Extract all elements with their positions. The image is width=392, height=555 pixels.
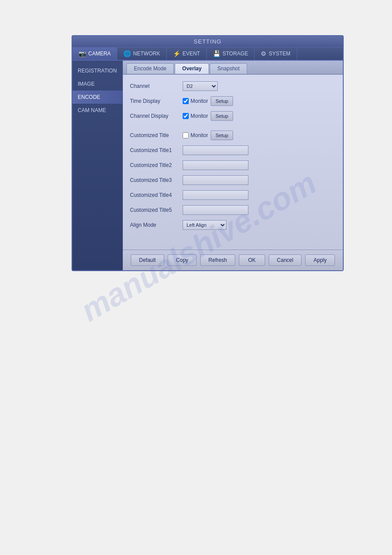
customized-title1-controls — [183, 145, 248, 155]
nav-system[interactable]: SYSTEM — [255, 47, 297, 60]
ok-button[interactable]: OK — [239, 254, 265, 266]
sidebar-item-encode[interactable]: ENCODE — [72, 91, 122, 104]
customized-title1-row: Customized Title1 — [130, 145, 336, 156]
storage-icon — [213, 50, 220, 57]
channel-display-controls: Monitor Setup — [183, 111, 233, 121]
customized-title3-label: Customized Title3 — [130, 177, 183, 183]
align-mode-row: Align Mode Left Align Center Align Right… — [130, 220, 336, 230]
customized-title2-controls — [183, 160, 248, 170]
camera-icon — [79, 50, 86, 57]
channel-dropdown[interactable]: D2 D1 D3 D4 — [183, 81, 218, 91]
sidebar: REGISTRATION IMAGE ENCODE CAM NAME — [72, 61, 123, 270]
align-mode-dropdown[interactable]: Left Align Center Align Right Align — [183, 220, 227, 230]
customized-title-label: Customized Title — [130, 132, 183, 138]
customized-title2-row: Customized Title2 — [130, 160, 336, 170]
customized-title4-controls — [183, 190, 248, 200]
event-icon — [173, 50, 180, 57]
customized-title3-controls — [183, 175, 248, 185]
time-display-checkbox-wrapper: Monitor — [183, 98, 208, 104]
customized-title5-row: Customized Title5 — [130, 205, 336, 215]
customized-title4-input[interactable] — [183, 190, 248, 200]
customized-title5-controls — [183, 205, 248, 215]
time-display-controls: Monitor Setup — [183, 96, 233, 106]
channel-label: Channel — [130, 83, 183, 89]
channel-display-checkbox-wrapper: Monitor — [183, 113, 208, 119]
nav-event-label: EVENT — [183, 51, 200, 57]
nav-system-label: SYSTEM — [269, 51, 290, 57]
body-layout: REGISTRATION IMAGE ENCODE CAM NAME Encod… — [72, 61, 343, 270]
refresh-button[interactable]: Refresh — [200, 254, 235, 266]
nav-storage-label: STORAGE — [223, 51, 248, 57]
time-display-setup-button[interactable]: Setup — [211, 96, 233, 106]
time-display-checkbox[interactable] — [183, 98, 189, 104]
tab-overlay[interactable]: Overlay — [175, 63, 209, 74]
system-icon — [261, 50, 266, 57]
sidebar-item-cam-name[interactable]: CAM NAME — [72, 104, 122, 117]
customized-title-row: Customized Title Monitor Setup — [130, 130, 336, 141]
nav-network[interactable]: NETWORK — [117, 47, 166, 60]
top-nav: CAMERA NETWORK EVENT STORAGE SYSTEM — [72, 47, 343, 61]
main-window: SETTING CAMERA NETWORK EVENT STORAGE SYS… — [72, 35, 344, 271]
content-area: Encode Mode Overlay Snapshot Channel D2 — [123, 61, 343, 270]
customized-title5-label: Customized Title5 — [130, 207, 183, 213]
align-mode-label: Align Mode — [130, 222, 183, 228]
customized-title-checkbox-wrapper: Monitor — [183, 132, 208, 138]
apply-button[interactable]: Apply — [305, 254, 335, 266]
nav-storage[interactable]: STORAGE — [207, 47, 255, 60]
action-bar: Default Copy Refresh OK Cancel Apply — [123, 250, 343, 270]
sub-tabs: Encode Mode Overlay Snapshot — [123, 61, 343, 75]
form-area: Channel D2 D1 D3 D4 Time Display — [123, 75, 343, 250]
nav-camera[interactable]: CAMERA — [72, 47, 117, 60]
channel-display-row: Channel Display Monitor Setup — [130, 111, 336, 121]
sidebar-item-registration[interactable]: REGISTRATION — [72, 64, 122, 77]
customized-title2-label: Customized Title2 — [130, 162, 183, 168]
customized-title-setup-button[interactable]: Setup — [211, 131, 233, 140]
time-display-label: Time Display — [130, 98, 183, 104]
customized-title4-label: Customized Title4 — [130, 192, 183, 198]
nav-camera-label: CAMERA — [88, 51, 111, 57]
title-label: SETTING — [194, 38, 221, 45]
customized-title3-row: Customized Title3 — [130, 175, 336, 185]
channel-display-label: Channel Display — [130, 113, 183, 119]
network-icon — [123, 50, 131, 57]
sidebar-item-image[interactable]: IMAGE — [72, 77, 122, 91]
nav-event[interactable]: EVENT — [167, 47, 207, 60]
tab-encode-mode[interactable]: Encode Mode — [126, 63, 174, 74]
copy-button[interactable]: Copy — [168, 254, 197, 266]
title-bar: SETTING — [72, 36, 343, 47]
align-mode-controls: Left Align Center Align Right Align — [183, 220, 227, 230]
customized-title1-input[interactable] — [183, 145, 248, 155]
channel-row: Channel D2 D1 D3 D4 — [130, 81, 336, 91]
customized-title-checkbox[interactable] — [183, 132, 189, 138]
customized-title1-label: Customized Title1 — [130, 147, 183, 153]
tab-snapshot[interactable]: Snapshot — [210, 63, 247, 74]
channel-display-checkbox[interactable] — [183, 113, 189, 119]
customized-title2-input[interactable] — [183, 160, 248, 170]
channel-controls: D2 D1 D3 D4 — [183, 81, 218, 91]
customized-title-monitor-label: Monitor — [191, 132, 208, 138]
customized-title4-row: Customized Title4 — [130, 190, 336, 200]
cancel-button[interactable]: Cancel — [269, 254, 302, 266]
default-button[interactable]: Default — [131, 254, 164, 266]
customized-title5-input[interactable] — [183, 205, 248, 215]
channel-display-monitor-label: Monitor — [191, 113, 208, 119]
channel-display-setup-button[interactable]: Setup — [211, 111, 233, 121]
nav-network-label: NETWORK — [133, 51, 160, 57]
time-display-row: Time Display Monitor Setup — [130, 96, 336, 106]
time-display-monitor-label: Monitor — [191, 98, 208, 104]
customized-title3-input[interactable] — [183, 175, 248, 185]
customized-title-controls: Monitor Setup — [183, 131, 233, 140]
